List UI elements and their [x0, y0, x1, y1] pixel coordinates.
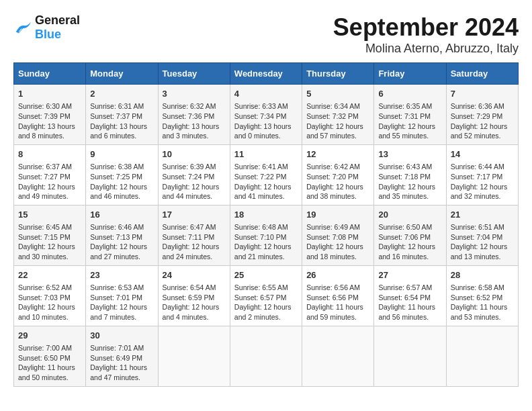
day-number: 8	[18, 148, 81, 161]
day-number: 20	[378, 209, 441, 221]
calendar-cell: 27Sunrise: 6:57 AMSunset: 6:54 PMDayligh…	[374, 265, 446, 326]
day-info: and 32 minutes.	[451, 191, 514, 201]
day-info: and 8 minutes.	[18, 131, 81, 141]
day-number: 2	[90, 88, 153, 100]
day-info: Sunrise: 6:39 AM	[163, 162, 226, 172]
day-info: and 55 minutes.	[378, 131, 441, 141]
day-info: Sunrise: 6:38 AM	[90, 162, 153, 172]
day-number: 3	[163, 88, 226, 100]
calendar-cell: 11Sunrise: 6:41 AMSunset: 7:22 PMDayligh…	[230, 144, 302, 205]
day-number: 11	[234, 148, 298, 161]
calendar-week-row: 22Sunrise: 6:52 AMSunset: 7:03 PMDayligh…	[14, 265, 519, 326]
weekday-header: Thursday	[302, 63, 374, 85]
day-info: Sunrise: 6:46 AM	[90, 222, 153, 232]
day-info: Daylight: 12 hours	[234, 182, 298, 192]
location-title: Molina Aterno, Abruzzo, Italy	[333, 42, 519, 56]
day-info: Daylight: 12 hours	[163, 302, 226, 312]
calendar-cell: 10Sunrise: 6:39 AMSunset: 7:24 PMDayligh…	[158, 144, 230, 205]
calendar-cell: 17Sunrise: 6:47 AMSunset: 7:11 PMDayligh…	[158, 205, 230, 265]
day-number: 25	[234, 269, 298, 281]
day-number: 10	[163, 148, 226, 161]
day-info: Daylight: 12 hours	[451, 182, 514, 192]
day-info: Daylight: 12 hours	[378, 122, 441, 132]
day-info: Sunrise: 6:36 AM	[451, 101, 514, 111]
calendar-cell	[230, 326, 302, 386]
day-info: Daylight: 12 hours	[90, 182, 153, 192]
calendar-week-row: 8Sunrise: 6:37 AMSunset: 7:27 PMDaylight…	[14, 144, 519, 205]
calendar-week-row: 15Sunrise: 6:45 AMSunset: 7:15 PMDayligh…	[14, 205, 519, 265]
day-number: 6	[378, 88, 441, 100]
day-info: Daylight: 11 hours	[18, 363, 81, 373]
calendar-cell: 26Sunrise: 6:56 AMSunset: 6:56 PMDayligh…	[302, 265, 374, 326]
day-info: Daylight: 12 hours	[18, 242, 81, 252]
day-info: Daylight: 12 hours	[18, 302, 81, 312]
day-info: and 52 minutes.	[451, 131, 514, 141]
day-info: and 6 minutes.	[90, 131, 153, 141]
day-info: Daylight: 11 hours	[451, 302, 514, 312]
day-info: Daylight: 12 hours	[306, 122, 369, 132]
day-info: Sunrise: 6:51 AM	[451, 222, 514, 232]
calendar-week-row: 1Sunrise: 6:30 AMSunset: 7:39 PMDaylight…	[14, 85, 519, 145]
day-info: Sunrise: 6:47 AM	[163, 222, 226, 232]
calendar-cell: 29Sunrise: 7:00 AMSunset: 6:50 PMDayligh…	[14, 326, 86, 386]
day-info: and 24 minutes.	[163, 252, 226, 262]
day-info: and 41 minutes.	[234, 191, 298, 201]
day-info: Sunset: 7:25 PM	[90, 172, 153, 182]
weekday-header: Monday	[86, 63, 158, 85]
day-info: Daylight: 11 hours	[90, 363, 153, 373]
calendar-cell: 2Sunrise: 6:31 AMSunset: 7:37 PMDaylight…	[86, 85, 158, 145]
day-info: Daylight: 12 hours	[378, 182, 441, 192]
day-info: Sunset: 6:57 PM	[234, 293, 298, 303]
day-info: Daylight: 11 hours	[306, 302, 369, 312]
calendar-cell	[158, 326, 230, 386]
day-number: 16	[90, 209, 153, 221]
day-number: 9	[90, 148, 153, 161]
day-number: 24	[163, 269, 226, 281]
day-info: Daylight: 13 hours	[234, 122, 298, 132]
calendar-cell: 13Sunrise: 6:43 AMSunset: 7:18 PMDayligh…	[374, 144, 446, 205]
day-info: Sunrise: 6:30 AM	[18, 101, 81, 111]
day-info: and 2 minutes.	[234, 312, 298, 322]
day-info: and 4 minutes.	[163, 312, 226, 322]
day-number: 15	[18, 209, 81, 221]
day-number: 26	[306, 269, 369, 281]
day-info: and 0 minutes.	[234, 131, 298, 141]
day-info: Sunset: 7:17 PM	[451, 172, 514, 182]
day-number: 19	[306, 209, 369, 221]
calendar-cell: 12Sunrise: 6:42 AMSunset: 7:20 PMDayligh…	[302, 144, 374, 205]
weekday-header-row: SundayMondayTuesdayWednesdayThursdayFrid…	[14, 63, 519, 85]
day-number: 27	[378, 269, 441, 281]
calendar-cell	[374, 326, 446, 386]
day-info: Daylight: 13 hours	[18, 122, 81, 132]
calendar-cell: 5Sunrise: 6:34 AMSunset: 7:32 PMDaylight…	[302, 85, 374, 145]
day-info: Daylight: 13 hours	[90, 122, 153, 132]
day-number: 22	[18, 269, 81, 281]
calendar-cell	[302, 326, 374, 386]
day-info: Sunrise: 6:54 AM	[163, 283, 226, 293]
day-info: Sunrise: 6:57 AM	[378, 283, 441, 293]
day-number: 28	[451, 269, 514, 281]
day-info: Sunrise: 6:43 AM	[378, 162, 441, 172]
day-number: 5	[306, 88, 369, 100]
weekday-header: Tuesday	[158, 63, 230, 85]
day-info: Sunrise: 6:44 AM	[451, 162, 514, 172]
day-info: Daylight: 12 hours	[234, 242, 298, 252]
title-block: September 2024 Molina Aterno, Abruzzo, I…	[333, 13, 519, 56]
calendar-table: SundayMondayTuesdayWednesdayThursdayFrid…	[13, 62, 519, 387]
day-number: 17	[163, 209, 226, 221]
day-info: and 53 minutes.	[451, 312, 514, 322]
day-info: Sunset: 7:36 PM	[163, 111, 226, 122]
day-number: 14	[451, 148, 514, 161]
weekday-header: Wednesday	[230, 63, 302, 85]
day-info: Sunset: 7:10 PM	[234, 232, 298, 242]
day-info: and 7 minutes.	[90, 312, 153, 322]
calendar-cell: 22Sunrise: 6:52 AMSunset: 7:03 PMDayligh…	[14, 265, 86, 326]
calendar-cell: 19Sunrise: 6:49 AMSunset: 7:08 PMDayligh…	[302, 205, 374, 265]
day-info: and 13 minutes.	[451, 252, 514, 262]
day-info: Sunset: 7:11 PM	[163, 232, 226, 242]
day-info: and 35 minutes.	[378, 191, 441, 201]
day-number: 18	[234, 209, 298, 221]
day-info: Sunrise: 6:52 AM	[18, 283, 81, 293]
calendar-week-row: 29Sunrise: 7:00 AMSunset: 6:50 PMDayligh…	[14, 326, 519, 386]
day-info: Sunset: 7:31 PM	[378, 111, 441, 122]
